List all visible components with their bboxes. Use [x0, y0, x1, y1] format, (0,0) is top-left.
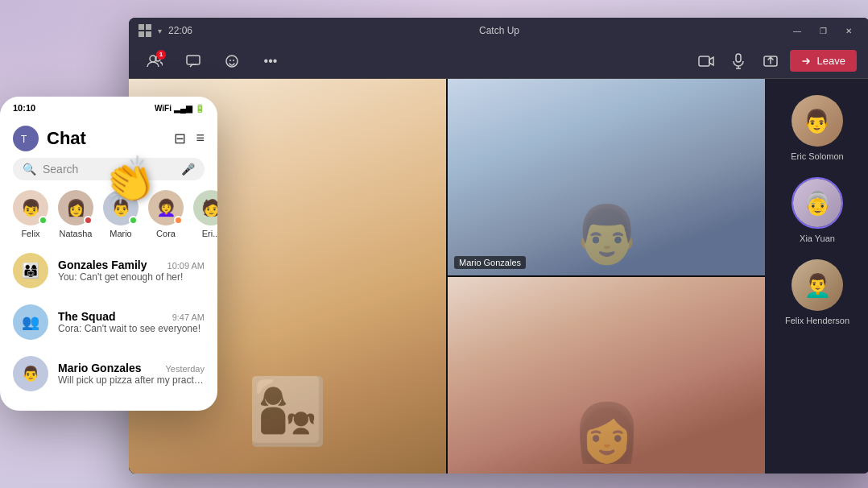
chat-item-mario[interactable]: 👨 Mario Gonzales Yesterday Will pick up …	[0, 348, 217, 399]
mic-icon[interactable]: 🎤	[181, 163, 195, 176]
contact-eri[interactable]: 🧑 Eri...	[193, 190, 217, 238]
participants-button[interactable]: 1	[142, 48, 167, 74]
battery-icon: 🔋	[195, 104, 205, 113]
participant-felix[interactable]: 👨‍🦱 Felix Henderson	[785, 259, 849, 325]
chat-app-icon: T	[13, 126, 39, 151]
participant-name-felix: Felix Henderson	[785, 316, 849, 325]
svg-rect-9	[736, 54, 741, 62]
mobile-status-bar: 10:10 WiFi ▂▄▆ 🔋	[0, 97, 217, 119]
video-grid: Mario Gonzales	[129, 79, 765, 474]
svg-text:T: T	[21, 134, 27, 145]
chat-name: Mario Gonzales	[58, 362, 141, 374]
svg-rect-8	[699, 56, 709, 66]
chat-name: Gonzales Family	[58, 258, 147, 271]
svg-point-6	[229, 60, 231, 61]
chat-name: The Squad	[58, 310, 116, 323]
chat-item-content: The Squad 9:47 AM Cora: Can't wait to se…	[58, 310, 205, 334]
contact-name-cora: Cora	[156, 229, 176, 238]
window-controls: — ❐ ✕	[786, 23, 860, 39]
close-button[interactable]: ✕	[837, 23, 860, 39]
mobile-status-icons: WiFi ▂▄▆ 🔋	[155, 104, 205, 113]
search-icon: 🔍	[23, 163, 36, 176]
more-button[interactable]: •••	[258, 48, 283, 74]
title-bar-time: 22:06	[168, 25, 192, 36]
share-button[interactable]	[758, 48, 783, 74]
mobile-chat-panel: 10:10 WiFi ▂▄▆ 🔋 T Chat ⊟ ≡ 🔍 Search 🎤	[0, 97, 217, 411]
main-content: Mario Gonzales 👨 Eric Solomon 👵 Xia	[129, 79, 868, 474]
chat-time: 10:09 AM	[167, 261, 205, 271]
chat-list: 👨‍👩‍👧 Gonzales Family 10:09 AM You: Can'…	[0, 245, 217, 399]
reactions-button[interactable]	[219, 48, 245, 74]
participant-avatar-xia: 👵	[792, 177, 843, 229]
chat-item-gonzales-family[interactable]: 👨‍👩‍👧 Gonzales Family 10:09 AM You: Can'…	[0, 245, 217, 296]
contact-name-eri: Eri...	[202, 229, 217, 238]
contact-name-felix: Felix	[21, 229, 39, 238]
chat-title: Chat	[47, 128, 86, 149]
contact-name-mario: Mario	[110, 229, 132, 238]
chat-time: 9:47 AM	[172, 312, 205, 322]
grid-icon[interactable]	[138, 24, 151, 37]
video-cell-woman	[448, 277, 765, 474]
title-bar: ▾ 22:06 Catch Up — ❐ ✕	[129, 18, 868, 43]
chat-header: T Chat ⊟ ≡	[0, 119, 217, 158]
participant-xia[interactable]: 👵 Xia Yuan	[792, 177, 843, 243]
dropdown-arrow[interactable]: ▾	[158, 27, 162, 35]
signal-icon: ▂▄▆	[174, 104, 192, 113]
svg-rect-4	[187, 56, 200, 64]
toolbar-right: Leave	[693, 48, 857, 74]
chat-item-content: Mario Gonzales Yesterday Will pick up pi…	[58, 362, 205, 386]
title-bar-left: ▾ 22:06	[138, 24, 192, 37]
contact-name-natasha: Natasha	[60, 229, 93, 238]
participants-badge: 1	[156, 50, 166, 60]
mic-button[interactable]	[725, 48, 751, 74]
svg-point-7	[233, 60, 234, 61]
filter-icon[interactable]: ≡	[196, 130, 205, 147]
chat-preview: You: Can't get enough of her!	[58, 271, 205, 283]
video-name-mario: Mario Gonzales	[454, 256, 526, 269]
call-toolbar: 1 •••	[129, 43, 868, 79]
restore-button[interactable]: ❐	[812, 23, 834, 39]
chat-item-content: Gonzales Family 10:09 AM You: Can't get …	[58, 258, 205, 283]
toolbar-left: 1 •••	[142, 48, 283, 74]
contact-natasha[interactable]: 👩 Natasha	[58, 190, 93, 238]
camera-button[interactable]	[693, 48, 719, 74]
edit-icon[interactable]: ⊟	[174, 130, 186, 147]
chat-header-actions[interactable]: ⊟ ≡	[174, 130, 205, 147]
participant-name-xia: Xia Yuan	[800, 234, 835, 243]
chat-time: Yesterday	[165, 364, 205, 374]
wifi-icon: WiFi	[155, 104, 172, 113]
teams-window: ▾ 22:06 Catch Up — ❐ ✕ 1	[129, 18, 868, 474]
participant-name-eric: Eric Solomon	[791, 151, 843, 161]
leave-button[interactable]: Leave	[790, 50, 857, 72]
chat-button[interactable]	[180, 48, 206, 74]
chat-item-squad[interactable]: 👥 The Squad 9:47 AM Cora: Can't wait to …	[0, 296, 217, 348]
participant-avatar-eric: 👨	[792, 95, 843, 147]
contact-felix[interactable]: 👦 Felix	[13, 190, 48, 238]
mobile-time: 10:10	[13, 103, 35, 113]
window-title: Catch Up	[479, 25, 519, 36]
participant-eric[interactable]: 👨 Eric Solomon	[791, 95, 843, 161]
participant-avatar-felix: 👨‍🦱	[792, 259, 843, 311]
chat-preview: Cora: Can't wait to see everyone!	[58, 323, 205, 334]
participants-sidebar: 👨 Eric Solomon 👵 Xia Yuan 👨‍🦱 Felix Hend…	[765, 79, 868, 474]
minimize-button[interactable]: —	[786, 23, 808, 39]
chat-preview: Will pick up pizza after my practice.	[58, 374, 205, 386]
video-cell-man: Mario Gonzales	[448, 79, 765, 275]
